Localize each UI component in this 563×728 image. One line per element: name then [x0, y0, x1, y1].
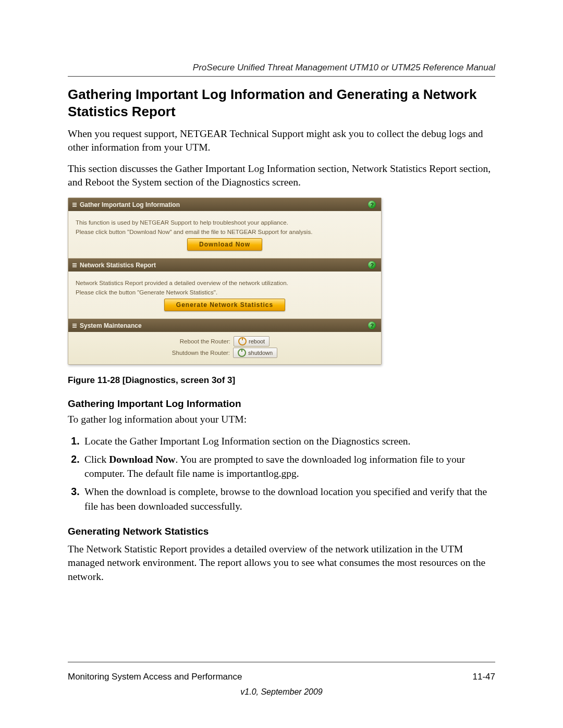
subhead-log-info: Gathering Important Log Information: [68, 398, 495, 410]
power-icon: [238, 349, 246, 357]
help-icon[interactable]: ?: [368, 201, 376, 208]
panel-maint-body: Reboot the Router: reboot Shutdown the R…: [68, 332, 381, 364]
step-2a: Click: [84, 454, 109, 465]
panel-log-info: Gather Important Log Information ? This …: [68, 198, 381, 258]
panel-stats-body: Network Statistics Report provided a det…: [68, 272, 381, 318]
footer-version: v1.0, September 2009: [68, 687, 495, 697]
reboot-row: Reboot the Router: reboot: [76, 336, 374, 347]
panel-log-body: This function is used by NETGEAR Support…: [68, 211, 381, 258]
footer-block: Monitoring System Access and Performance…: [68, 659, 495, 697]
intro-paragraph-1: When you request support, NETGEAR Techni…: [68, 127, 495, 155]
panel-stats-line1: Network Statistics Report provided a det…: [76, 280, 374, 286]
panel-stats-line2: Please click the button "Generate Networ…: [76, 289, 374, 295]
panel-stats-title: Network Statistics Report: [80, 262, 156, 269]
panel-log-line1: This function is used by NETGEAR Support…: [76, 219, 374, 226]
shutdown-btn-label: shutdown: [248, 350, 273, 356]
sub2-para: The Network Statistic Report provides a …: [68, 542, 495, 584]
intro-paragraph-2: This section discusses the Gather Import…: [68, 162, 495, 190]
page-number: 11-47: [473, 672, 495, 682]
reboot-icon: [238, 337, 247, 346]
reboot-btn-label: reboot: [249, 338, 265, 344]
generate-stats-button[interactable]: Generate Network Statistics: [164, 299, 285, 311]
figure-caption: Figure 11-28 [Diagnostics, screen 3of 3]: [68, 375, 495, 386]
steps-list: Locate the Gather Important Log Informat…: [68, 434, 495, 513]
step-2: Click Download Now. You are prompted to …: [82, 452, 495, 481]
panel-log-head: Gather Important Log Information ?: [68, 198, 381, 211]
panel-system-maintenance: System Maintenance ? Reboot the Router: …: [68, 318, 381, 364]
section-title: Gathering Important Log Information and …: [68, 86, 495, 120]
footer-rule: [68, 662, 495, 662]
subhead-network-stats: Generating Network Statistics: [68, 526, 495, 537]
help-icon[interactable]: ?: [368, 322, 376, 329]
diagnostics-figure: Gather Important Log Information ? This …: [68, 198, 382, 365]
shutdown-button[interactable]: shutdown: [233, 348, 277, 358]
panel-maint-title: System Maintenance: [80, 322, 142, 329]
panel-log-line2: Please click button "Download Now" and e…: [76, 229, 374, 235]
footer-left: Monitoring System Access and Performance: [68, 672, 242, 682]
panel-log-title: Gather Important Log Information: [80, 201, 180, 208]
shutdown-row: Shutdown the Router: shutdown: [76, 348, 374, 358]
step-3: When the download is complete, browse to…: [82, 485, 495, 513]
sub1-lead: To gather log information about your UTM…: [68, 413, 495, 426]
panel-network-stats: Network Statistics Report ? Network Stat…: [68, 258, 381, 318]
download-now-button[interactable]: Download Now: [187, 238, 262, 251]
help-icon[interactable]: ?: [368, 261, 376, 269]
step-1: Locate the Gather Important Log Informat…: [82, 434, 495, 448]
step-2b: Download Now: [109, 454, 175, 465]
panel-maint-head: System Maintenance ?: [68, 319, 381, 332]
reboot-button[interactable]: reboot: [234, 336, 270, 347]
running-head: ProSecure Unified Threat Management UTM1…: [68, 63, 495, 73]
header-rule: [68, 76, 495, 77]
figure-wrap: Gather Important Log Information ? This …: [68, 198, 495, 365]
reboot-label: Reboot the Router:: [180, 338, 230, 344]
footer-row: Monitoring System Access and Performance…: [68, 672, 495, 682]
panel-stats-head: Network Statistics Report ?: [68, 258, 381, 272]
shutdown-label: Shutdown the Router:: [172, 350, 230, 356]
document-page: ProSecure Unified Threat Management UTM1…: [0, 0, 563, 728]
